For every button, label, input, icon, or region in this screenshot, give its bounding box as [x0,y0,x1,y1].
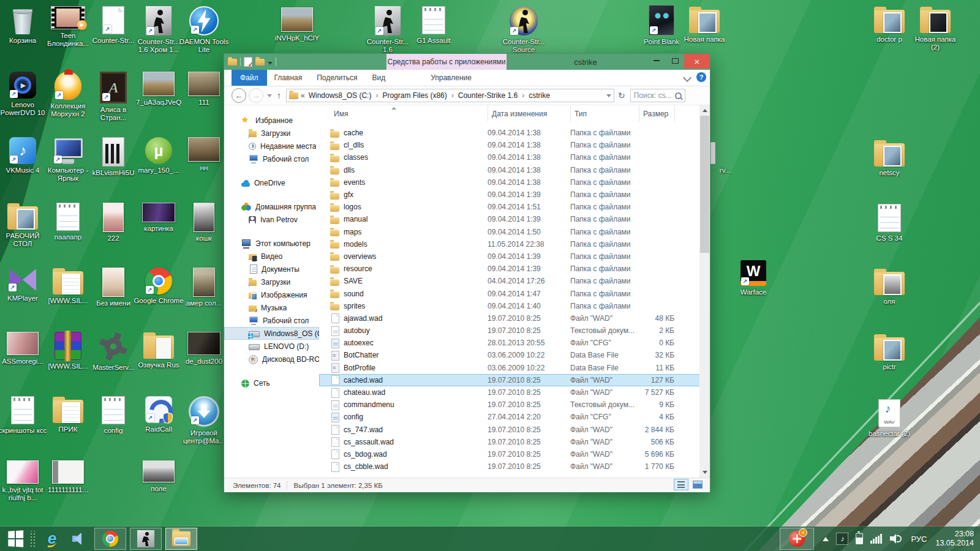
sidebar-item[interactable]: Дисковод BD-ROM [224,353,319,365]
titlebar[interactable]: Средства работы с приложениями cstrike × [224,54,710,70]
tab-view[interactable]: Вид [364,70,393,86]
desktop-icon[interactable]: амер сол... [178,268,230,307]
sidebar-item[interactable]: Недавние места [224,140,319,152]
desktop-icon[interactable]: Озвучка Rus [133,332,184,369]
table-row[interactable]: overviews09.04.2014 1:39Папка с файлами [319,250,710,263]
desktop-icon[interactable]: CS S 34 [864,204,915,242]
table-row[interactable]: commandmenu19.07.2010 8:25Текстовый доку… [319,399,710,411]
tab-home[interactable]: Главная [267,70,310,86]
table-row[interactable]: maps09.04.2014 1:50Папка с файлами [319,226,710,238]
taskbar-grip[interactable] [31,531,37,547]
tab-file[interactable]: Файл [232,70,267,86]
tab-share[interactable]: Поделиться [309,70,364,86]
desktop-icon[interactable]: оля [864,268,915,305]
desktop-icon[interactable]: config [88,396,139,435]
address-bar[interactable]: « Windows8_OS (C:)›Program Files (x86)›C… [286,89,614,102]
table-row[interactable]: cs_assault.wad19.07.2010 8:25Файл "WAD"5… [319,436,710,448]
column-header-name[interactable]: Имя [330,105,488,122]
tray-raidcall-button[interactable] [780,528,814,550]
column-header-type[interactable]: Тип [570,105,639,122]
desktop-icon[interactable]: de_dust200 [178,332,230,365]
table-row[interactable]: cached.wad19.07.2010 8:25Файл "WAD"127 К… [319,374,710,386]
desktop-icon[interactable]: kBLvismHi5U [88,137,139,177]
desktop-icon[interactable]: ↗Counter-Str... Source [498,6,549,54]
desktop-icon[interactable]: Корзина [0,6,48,45]
breadcrumb-item[interactable]: Windows8_OS (C:) [307,91,373,100]
scroll-down-icon[interactable] [699,467,710,478]
table-row[interactable]: chateau.wad19.07.2010 8:25Файл "WAD"7 52… [319,386,710,399]
sidebar-item[interactable]: Загрузки [224,276,319,288]
breadcrumb-item[interactable]: Program Files (x86) [381,91,448,100]
desktop-icon[interactable]: ↗Игровой центр@Ма... [178,396,230,445]
desktop-icon[interactable]: [WWW.SIL... [42,268,94,305]
desktop-icon[interactable]: G1 Assault [408,6,459,45]
properties-icon[interactable] [244,57,252,67]
tray-battery-icon[interactable] [856,533,863,544]
desktop-icon[interactable]: netscy [864,140,915,177]
taskbar-counterstrike-button[interactable] [130,528,162,550]
table-row[interactable]: ajawad.wad19.07.2010 8:25Файл "WAD"48 КБ [319,312,710,324]
desktop-icon[interactable]: 7_uA3aqJVeQ [133,72,184,107]
sidebar-item[interactable]: Ivan Petrov [224,213,319,226]
desktop-icon[interactable]: ↗Counter-Str... 1.6 Хром 1... [133,6,184,54]
sidebar-item[interactable]: Этот компьютер [224,237,319,250]
table-row[interactable]: config27.04.2014 2:20Файл "CFG"4 КБ [319,411,710,423]
desktop-icon[interactable]: [WWW.SIL... [42,332,94,370]
sidebar-item[interactable]: Избранное [224,114,319,127]
ribbon-collapse-icon[interactable] [683,73,692,82]
table-row[interactable]: cs_cbble.wad19.07.2010 8:25Файл "WAD"1 7… [319,460,710,473]
desktop-icon[interactable]: ▶Teen Блондинка... [42,6,94,48]
start-button[interactable] [5,528,26,549]
sidebar-item[interactable]: Музыка [224,301,319,314]
desktop-icon[interactable]: поле [133,460,184,493]
tray-clock[interactable]: 23:08 13.05.2014 [935,530,974,548]
tray-hidden-icons-icon[interactable] [823,537,829,541]
table-row[interactable]: dlls09.04.2014 1:38Папка с файлами [319,164,710,176]
taskbar-ie-button[interactable]: e [40,528,64,549]
desktop-icon[interactable]: ↗VKMusic 4 [0,137,48,174]
desktop-icon[interactable]: MasterServ... [88,332,139,372]
taskbar-explorer-button[interactable] [165,528,197,550]
table-row[interactable]: sound09.04.2014 1:47Папка с файлами [319,287,710,299]
table-row[interactable]: resource09.04.2014 1:39Папка с файлами [319,263,710,275]
desktop-icon[interactable]: ПРИК [42,396,94,433]
desktop-icon[interactable]: ↗Counter-Str... [88,6,139,45]
sidebar-item[interactable]: Сеть [224,377,319,389]
desktop-icon[interactable]: basnectar (2) [864,399,915,438]
table-row[interactable]: classes09.04.2014 1:38Папка с файлами [319,151,710,163]
desktop-icon[interactable]: ASSmoregi... [0,332,48,365]
table-row[interactable]: logos09.04.2014 1:51Папка с файлами [319,201,710,213]
table-row[interactable]: BotChatter03.06.2009 10:22Data Base File… [319,349,710,361]
table-row[interactable]: BotProfile03.06.2009 10:22Data Base File… [319,362,710,374]
desktop-icon[interactable]: k.,bvjt vjtq tot riulfnj b... [0,460,48,502]
desktop-icon[interactable]: doctor p [864,6,915,43]
table-row[interactable]: cl_dlls09.04.2014 1:38Папка с файлами [319,139,710,151]
back-button[interactable]: ← [232,88,246,103]
qat-customize-icon[interactable] [268,62,273,65]
desktop-icon[interactable]: ↗Google Chrome [133,268,184,305]
table-row[interactable]: cs_bdog.wad19.07.2010 8:25Файл "WAD"5 69… [319,448,710,460]
tray-volume-icon[interactable] [890,533,902,544]
sidebar-item[interactable]: LENOVO (D:) [224,340,319,353]
desktop-icon[interactable]: mary_150_... [133,137,184,174]
table-row[interactable]: gfx09.04.2014 1:39Папка с файлами [319,189,710,201]
taskbar-audio-button[interactable] [67,528,91,549]
table-row[interactable]: autobuy19.07.2010 8:25Текстовый докум...… [319,324,710,337]
desktop-icon[interactable]: Новая папка (2) [910,6,961,51]
sidebar-item[interactable]: Документы [224,263,319,276]
sidebar-item[interactable]: Рабочий стол [224,314,319,327]
desktop-icon[interactable]: Без имени [88,268,139,307]
desktop-icon[interactable]: РАБОЧИЙ СТОЛ [0,203,48,248]
table-row[interactable]: events09.04.2014 1:38Папка с файлами [319,176,710,189]
close-button[interactable]: × [684,54,710,69]
address-dropdown-icon[interactable] [606,94,611,97]
table-row[interactable]: models11.05.2014 22:38Папка с файлами [319,238,710,250]
maximize-button[interactable] [666,54,684,67]
desktop-icon[interactable]: 1111111111... [42,460,94,494]
forward-button[interactable]: → [249,88,263,103]
table-row[interactable]: cache09.04.2014 1:38Папка с файлами [319,127,710,139]
new-folder-icon[interactable] [255,59,265,66]
sidebar-item[interactable]: Рабочий стол [224,152,319,165]
column-header-date[interactable]: Дата изменения [488,105,570,122]
breadcrumb-item[interactable]: cstrike [527,91,551,100]
